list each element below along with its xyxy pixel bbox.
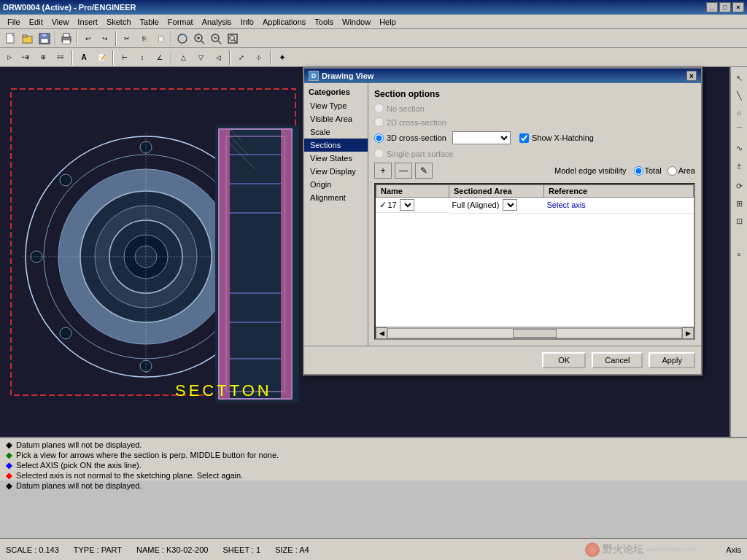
zoom-window-btn[interactable] — [225, 31, 241, 47]
tb2-tri-btn[interactable]: △ — [175, 50, 191, 66]
rt-icon-cursor[interactable]: ↖ — [731, 70, 747, 86]
tb2-tri3-btn[interactable]: ◁ — [210, 50, 226, 66]
menu-applications[interactable]: Applications — [258, 16, 310, 28]
rt-icon-mirror[interactable]: ⊞ — [731, 195, 747, 211]
status-bar: ◆ Datum planes will not be displayed. ◆ … — [0, 437, 747, 481]
tb2-btn4[interactable]: ≡≡ — [53, 50, 69, 66]
dialog-close-button[interactable]: × — [686, 71, 697, 81]
remove-section-button[interactable]: — — [395, 163, 412, 179]
save-btn[interactable] — [36, 31, 53, 47]
svg-rect-43 — [219, 129, 230, 399]
status-icon-5: ◆ — [6, 481, 12, 491]
edit-section-button[interactable]: ✎ — [415, 163, 433, 179]
zoom-out-btn[interactable] — [208, 31, 224, 47]
tb2-move-btn[interactable]: ⤢ — [233, 50, 249, 66]
category-view-display[interactable]: View Display — [304, 165, 368, 178]
zoom-in-btn[interactable] — [191, 31, 207, 47]
ok-button[interactable]: OK — [542, 352, 586, 368]
menu-edit[interactable]: Edit — [25, 16, 47, 28]
category-sections[interactable]: Sections — [304, 139, 368, 152]
tb2-cursor-btn[interactable]: ✦ — [274, 50, 290, 66]
close-button[interactable]: × — [732, 2, 744, 12]
category-origin[interactable]: Origin — [304, 178, 368, 191]
status-icon-3: ◆ — [6, 461, 12, 470]
rt-icon-spline[interactable]: ∿ — [731, 140, 747, 156]
paste-btn[interactable]: 📋 — [152, 31, 169, 47]
copy-btn[interactable]: ⎘ — [136, 31, 152, 47]
model-edge-area-label: Area — [667, 166, 695, 176]
menu-table[interactable]: Table — [136, 16, 163, 28]
rt-icon-pattern[interactable]: ⊡ — [731, 213, 747, 229]
rt-icon-extra[interactable]: ≡ — [731, 246, 747, 262]
scroll-right-btn[interactable]: ▶ — [682, 327, 694, 339]
undo-btn[interactable]: ↩ — [80, 31, 96, 47]
radio-2d-cross[interactable]: 2D cross-section — [374, 117, 695, 127]
row-name-dropdown[interactable] — [400, 199, 414, 211]
menu-help[interactable]: Help — [375, 16, 400, 28]
menu-insert[interactable]: Insert — [73, 16, 102, 28]
rt-icon-rotate[interactable]: ⟳ — [731, 178, 747, 194]
model-edge-area-radio[interactable] — [667, 166, 677, 176]
sep4 — [171, 31, 172, 46]
open-btn[interactable] — [20, 31, 36, 47]
menu-info[interactable]: Info — [236, 16, 258, 28]
radio-single-part[interactable]: Single part surface — [374, 149, 695, 158]
menu-format[interactable]: Format — [163, 16, 198, 28]
tb2-btn1[interactable]: ▷ — [3, 50, 16, 66]
tb2-dim3-btn[interactable]: ∠ — [152, 50, 168, 66]
tb2-btn2[interactable]: +⊕ — [18, 50, 34, 66]
category-alignment[interactable]: Alignment — [304, 191, 368, 204]
sep6 — [112, 50, 114, 65]
radio-no-section[interactable]: No section — [374, 104, 695, 113]
add-section-button[interactable]: + — [374, 163, 392, 179]
menu-tools[interactable]: Tools — [310, 16, 338, 28]
scroll-left-btn[interactable]: ◀ — [376, 327, 387, 339]
model-edge-total-radio[interactable] — [634, 166, 643, 176]
category-view-states[interactable]: View States — [304, 152, 368, 165]
minimize-button[interactable]: _ — [706, 2, 718, 12]
scroll-thumb[interactable] — [513, 329, 557, 338]
rt-icon-line[interactable]: ╲ — [731, 88, 747, 104]
rt-icon-circle[interactable]: ○ — [731, 105, 747, 121]
sep5 — [71, 50, 73, 65]
menu-sketch[interactable]: Sketch — [102, 16, 136, 28]
dialog-bottom-buttons: OK Cancel Apply — [304, 346, 701, 374]
tb2-btn3[interactable]: ⊞ — [35, 50, 51, 66]
3d-cross-dropdown[interactable] — [452, 131, 511, 144]
col-sectioned-area-header: Sectioned Area — [449, 185, 544, 198]
row-sectioned-area-dropdown[interactable] — [503, 199, 517, 211]
show-x-hatching-checkbox[interactable] — [519, 133, 529, 143]
print-btn[interactable] — [58, 31, 74, 47]
category-scale[interactable]: Scale — [304, 125, 368, 139]
menu-window[interactable]: Window — [338, 16, 375, 28]
maximize-button[interactable]: □ — [719, 2, 731, 12]
apply-button[interactable]: Apply — [649, 352, 695, 368]
redo-btn[interactable]: ↪ — [97, 31, 113, 47]
new-btn[interactable] — [3, 31, 19, 47]
menu-analysis[interactable]: Analysis — [198, 16, 236, 28]
radio-3d-cross[interactable]: 3D cross-section — [374, 133, 446, 143]
sep2 — [77, 31, 78, 46]
status-icon-2: ◆ — [6, 451, 12, 460]
menu-file[interactable]: File — [3, 16, 25, 28]
rt-icon-arc[interactable]: ⌒ — [731, 122, 747, 139]
svg-point-35 — [60, 327, 71, 339]
cancel-button[interactable]: Cancel — [592, 352, 643, 368]
tb2-text-btn[interactable]: A — [76, 50, 92, 66]
row-reference-value[interactable]: Select axis — [544, 198, 694, 214]
section-options-title: Section options — [374, 89, 695, 99]
svg-rect-44 — [281, 129, 292, 399]
rt-icon-fillet[interactable]: ± — [731, 158, 747, 174]
tb2-note-btn[interactable]: 📝 — [93, 50, 109, 66]
cut-btn[interactable]: ✂ — [119, 31, 135, 47]
tb2-tri2-btn[interactable]: ▽ — [193, 50, 209, 66]
tb2-dim-btn[interactable]: ⊢ — [117, 50, 133, 66]
category-visible-area[interactable]: Visible Area — [304, 112, 368, 125]
tb2-snap-btn[interactable]: ⊹ — [251, 50, 267, 66]
sep7 — [171, 50, 172, 65]
menu-view[interactable]: View — [47, 16, 74, 28]
repaint-btn[interactable] — [174, 31, 190, 47]
tb2-dim2-btn[interactable]: ↕ — [134, 50, 150, 66]
category-view-type[interactable]: View Type — [304, 99, 368, 112]
status-text-2: Pick a view for arrows where the section… — [16, 451, 279, 459]
